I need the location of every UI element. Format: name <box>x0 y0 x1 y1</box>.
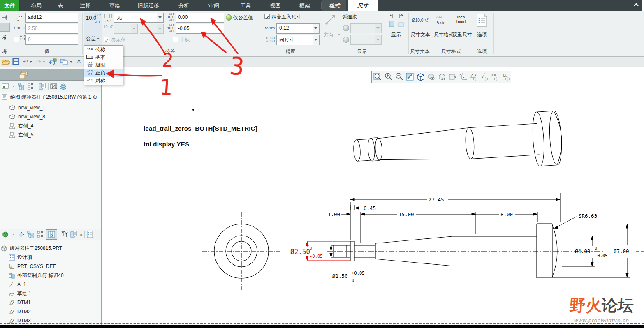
perspective-icon[interactable] <box>448 72 458 82</box>
csys-display-icon[interactable] <box>501 72 511 82</box>
dim-groove[interactable]: 0.45 <box>364 205 376 211</box>
flame-icon: 火 <box>585 293 602 317</box>
watermark-url: www.proewildfire.cn <box>563 317 641 323</box>
axis-display-icon[interactable] <box>480 72 490 82</box>
tolerance-type-menu: 10.0 公称 10.0 基本 10.19.9 极限 +0.2-0.1 正负 ±… <box>84 45 123 85</box>
dim-d15[interactable]: Ø1.50 <box>332 273 348 279</box>
dim-shaft[interactable]: 15.00 <box>398 211 414 217</box>
stray-dot <box>192 109 194 111</box>
menu-item-basic[interactable]: 10.0 基本 <box>84 53 123 61</box>
dim-d4-upper: 0 <box>595 246 597 251</box>
nominal-icon: 10.0 <box>84 48 95 51</box>
menu-item-limits[interactable]: 10.19.9 极限 <box>84 61 123 69</box>
basic-icon: 10.0 <box>84 56 95 59</box>
svg-text:✕✕: ✕✕ <box>491 73 496 77</box>
dim-step[interactable]: 8.00 <box>500 211 513 217</box>
watermark-brand-1: 野 <box>569 296 586 314</box>
left-view[interactable] <box>202 212 280 290</box>
graphics-toolbar: ✕/ ✕✕ <box>371 71 511 83</box>
zoom-in-icon[interactable] <box>384 72 394 82</box>
datum-display-icon[interactable]: ✕/ <box>459 72 468 82</box>
point-display-icon[interactable]: ✕✕ <box>491 72 500 82</box>
dim-d15-upper: +0.05 <box>352 270 365 275</box>
zoom-box-icon[interactable] <box>373 72 383 82</box>
symmetric-icon: ±0.1 <box>84 79 95 82</box>
saved-views-icon[interactable] <box>426 72 436 82</box>
limits-icon: 10.19.9 <box>84 62 95 68</box>
dim-d7[interactable]: Ø7.00 <box>614 248 629 254</box>
display-style-icon[interactable] <box>437 72 447 82</box>
dim-d4-lower: -0.05 <box>595 253 608 258</box>
plane-display-icon[interactable] <box>469 72 479 82</box>
menu-item-plus-minus[interactable]: +0.2-0.1 正负 <box>84 69 123 77</box>
front-view[interactable] <box>327 224 644 278</box>
dim-d4[interactable]: Ø4.00 <box>575 248 591 254</box>
menu-item-nominal[interactable]: 10.0 公称 <box>84 46 123 53</box>
zoom-out-icon[interactable] <box>394 72 404 82</box>
repaint-icon[interactable] <box>405 72 415 82</box>
dim-one[interactable]: 1.00 <box>328 211 340 217</box>
shading-mode-icon[interactable] <box>416 72 426 82</box>
menu-item-symmetric[interactable]: ±0.1 对称 <box>84 77 123 85</box>
dim-d15-lower: 0 <box>352 278 354 283</box>
watermark-brand-2: 论坛 <box>601 296 635 314</box>
watermark: 野火论坛 www.proewildfire.cn <box>563 294 641 323</box>
svg-text:✕/: ✕/ <box>459 73 463 76</box>
dim-d25-upper: 0 <box>310 246 312 251</box>
plus-minus-icon: +0.2-0.1 <box>84 70 95 76</box>
dim-overall[interactable]: 27.45 <box>429 196 444 203</box>
dim-d25-lower: -0.05 <box>310 254 323 259</box>
isometric-view[interactable] <box>352 111 563 178</box>
dim-sphere-radius[interactable]: SR6.63 <box>579 213 597 219</box>
dim-d25[interactable]: Ø2.50 <box>290 248 310 256</box>
